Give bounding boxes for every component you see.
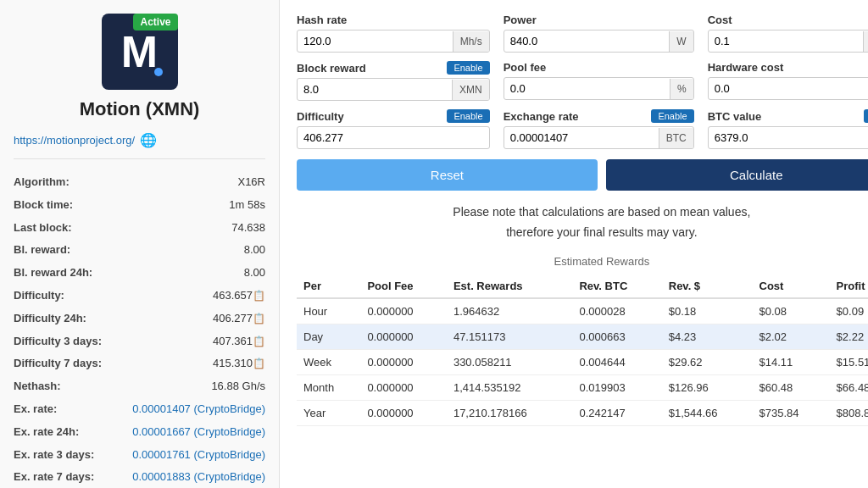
power-group: Power W	[504, 14, 694, 53]
cost-unit: $/kWh	[863, 31, 868, 52]
info-row-label: Ex. rate:	[14, 398, 124, 421]
exchange-rate-input-group: BTC	[504, 126, 694, 149]
copy-icon[interactable]: 📋	[253, 356, 265, 372]
table-cell: $0.18	[662, 298, 753, 324]
table-cell: Day	[297, 324, 360, 349]
hardware-cost-input[interactable]	[709, 78, 868, 99]
info-row-value: 16.88 Gh/s	[124, 375, 265, 398]
table-cell: $808.82	[830, 400, 868, 425]
pool-fee-input-group: %	[504, 77, 694, 100]
results-thead: PerPool FeeEst. RewardsRev. BTCRev. $Cos…	[297, 274, 868, 298]
info-row: Ex. rate 7 days:0.00001883 (CryptoBridge…	[14, 466, 265, 488]
power-input-group: W	[504, 30, 694, 53]
hash-rate-input[interactable]	[298, 30, 453, 52]
power-input[interactable]	[504, 30, 670, 52]
info-row-value[interactable]: 0.00001761 (CryptoBridge)	[124, 444, 265, 467]
copy-icon[interactable]: 📋	[253, 288, 265, 304]
calculate-button[interactable]: Calculate	[606, 159, 868, 191]
table-cell: $2.22	[830, 324, 868, 349]
table-col-header: Est. Rewards	[447, 274, 573, 298]
btc-value-input[interactable]	[709, 127, 868, 148]
info-row-label: Last block:	[14, 217, 124, 240]
info-row-value[interactable]: 0.00001407 (CryptoBridge)	[124, 398, 265, 421]
table-cell: Month	[297, 374, 360, 400]
info-row: Difficulty 24h:406.277 📋	[14, 308, 265, 330]
table-cell: 0.019903	[572, 374, 661, 400]
table-cell: 330.058211	[447, 349, 573, 374]
exchange-rate-link[interactable]: 0.00001407 (CryptoBridge)	[132, 402, 265, 415]
difficulty-input[interactable]	[298, 127, 489, 148]
logo-letter: M	[121, 30, 158, 74]
copy-icon[interactable]: 📋	[253, 334, 265, 350]
power-label: Power	[504, 14, 537, 26]
info-row-value[interactable]: 0.00001667 (CryptoBridge)	[124, 421, 265, 444]
table-cell: $0.09	[830, 298, 868, 324]
info-row-label: Difficulty 24h:	[14, 308, 124, 330]
info-row-value: 463.657 📋	[124, 285, 265, 308]
pool-fee-group: Pool fee %	[504, 61, 694, 101]
info-row-label: Nethash:	[14, 375, 124, 398]
info-row-value: 8.00	[124, 262, 265, 285]
exchange-rate-enable-btn[interactable]: Enable	[651, 109, 693, 123]
btc-value-enable-btn[interactable]: Enable	[864, 109, 868, 123]
website-row: https://motionproject.org/ 🌐	[14, 132, 265, 159]
info-row-value: 406.277 📋	[124, 308, 265, 330]
table-cell: $66.48	[830, 374, 868, 400]
logo-dot	[154, 68, 163, 76]
info-row: Difficulty 7 days:415.310 📋	[14, 352, 265, 375]
info-row-value: 1m 58s	[124, 194, 265, 217]
info-row-label: Difficulty 7 days:	[14, 352, 124, 375]
info-row-value: X16R	[124, 171, 265, 194]
table-cell: 1.964632	[447, 298, 573, 324]
table-cell: $126.96	[662, 374, 753, 400]
exchange-rate-link[interactable]: 0.00001761 (CryptoBridge)	[132, 448, 265, 461]
table-row: Day0.00000047.1511730.000663$4.23$2.02$2…	[297, 324, 868, 349]
table-cell: 0.000000	[360, 298, 447, 324]
difficulty-enable-btn[interactable]: Enable	[447, 109, 489, 123]
pool-fee-input[interactable]	[504, 78, 670, 99]
table-cell: 17,210.178166	[447, 400, 573, 425]
block-reward-enable-btn[interactable]: Enable	[447, 61, 489, 75]
table-row: Hour0.0000001.9646320.000028$0.18$0.08$0…	[297, 298, 868, 324]
info-row-value: 8.00	[124, 239, 265, 262]
block-reward-group: Block reward Enable XMN	[297, 61, 490, 101]
table-cell: $0.08	[753, 298, 830, 324]
table-cell: 0.004644	[572, 349, 661, 374]
info-row-label: Block time:	[14, 194, 124, 217]
note-text: Please note that calculations are based …	[297, 202, 868, 243]
power-unit: W	[669, 31, 693, 52]
info-row: Difficulty 3 days:407.361 📋	[14, 330, 265, 353]
exchange-rate-link[interactable]: 0.00001667 (CryptoBridge)	[132, 425, 265, 438]
hash-rate-label: Hash rate	[297, 14, 347, 26]
exchange-rate-input[interactable]	[504, 127, 659, 148]
pool-fee-unit: %	[670, 79, 693, 99]
info-row: Bl. reward 24h:8.00	[14, 262, 265, 285]
cost-input[interactable]	[709, 30, 863, 52]
difficulty-group: Difficulty Enable	[297, 109, 490, 149]
buttons-row: Reset Calculate	[297, 159, 868, 191]
info-row-label: Ex. rate 3 days:	[14, 444, 124, 467]
info-row-value: 74.638	[124, 217, 265, 240]
website-link[interactable]: https://motionproject.org/	[14, 134, 135, 147]
table-cell: 0.000663	[572, 324, 661, 349]
globe-icon: 🌐	[140, 132, 157, 148]
btc-value-input-group: $	[708, 126, 868, 149]
right-panel: Hash rate Mh/s Power W C	[280, 0, 868, 488]
block-reward-input-group: XMN	[297, 78, 490, 101]
reset-button[interactable]: Reset	[297, 159, 598, 191]
table-col-header: Pool Fee	[360, 274, 447, 298]
pool-fee-label: Pool fee	[504, 61, 547, 74]
hash-rate-input-group: Mh/s	[297, 30, 490, 53]
exchange-rate-link[interactable]: 0.00001883 (CryptoBridge)	[132, 470, 265, 483]
block-reward-input[interactable]	[298, 79, 452, 100]
coin-name: Motion (XMN)	[80, 98, 200, 120]
exchange-rate-label: Exchange rate	[504, 110, 579, 123]
copy-icon[interactable]: 📋	[253, 311, 265, 327]
active-badge: Active	[133, 14, 177, 30]
table-cell: Year	[297, 400, 360, 425]
hash-rate-group: Hash rate Mh/s	[297, 14, 490, 53]
btc-value-group: BTC value Enable $	[708, 109, 868, 149]
info-row-value[interactable]: 0.00001883 (CryptoBridge)	[124, 466, 265, 488]
info-row-label: Ex. rate 24h:	[14, 421, 124, 444]
table-cell: 0.000000	[360, 324, 447, 349]
